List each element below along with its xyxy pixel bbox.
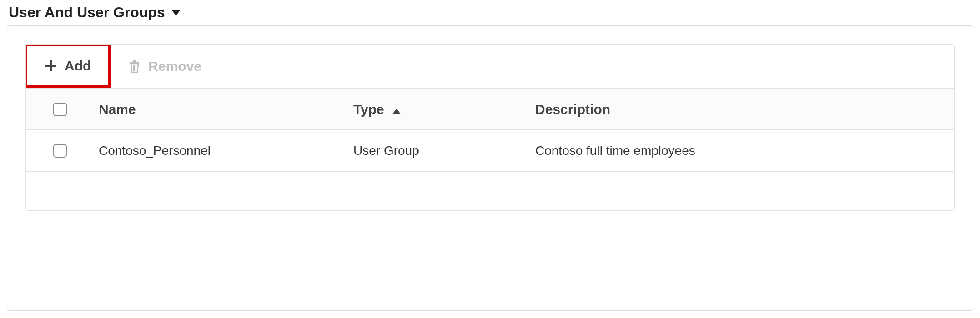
svg-marker-0 <box>171 10 181 16</box>
add-button-label: Add <box>65 58 91 74</box>
column-header-type[interactable]: Type <box>349 102 531 117</box>
column-header-description-label: Description <box>535 102 610 117</box>
svg-rect-2 <box>45 65 56 67</box>
plus-icon <box>45 60 57 72</box>
toolbar: Add Remove <box>25 44 955 88</box>
svg-marker-8 <box>392 109 401 114</box>
table-empty-space <box>25 172 955 211</box>
column-header-type-label: Type <box>353 102 384 117</box>
panel: Add Remove <box>7 25 973 311</box>
row-checkbox-cell <box>26 144 94 158</box>
remove-button-label: Remove <box>148 59 201 74</box>
column-header-name-label: Name <box>99 102 136 117</box>
header-checkbox-cell <box>26 103 94 116</box>
select-all-checkbox[interactable] <box>53 103 67 116</box>
trash-icon <box>128 60 141 73</box>
page-outer: User And User Groups Add <box>0 0 980 318</box>
section-header[interactable]: User And User Groups <box>0 0 980 23</box>
sort-asc-icon <box>392 109 401 114</box>
section-title: User And User Groups <box>9 4 165 21</box>
caret-down-icon <box>171 10 181 16</box>
column-header-description[interactable]: Description <box>531 102 954 117</box>
column-header-name[interactable]: Name <box>94 102 349 117</box>
row-checkbox[interactable] <box>53 144 67 158</box>
cell-name: Contoso_Personnel <box>94 144 349 158</box>
svg-rect-4 <box>133 60 136 62</box>
remove-button: Remove <box>111 45 219 88</box>
table-header-row: Name Type Description <box>25 88 955 130</box>
table-row[interactable]: Contoso_Personnel User Group Contoso ful… <box>25 130 955 172</box>
cell-description: Contoso full time employees <box>531 144 954 158</box>
cell-type: User Group <box>349 144 531 158</box>
add-button[interactable]: Add <box>25 44 111 88</box>
